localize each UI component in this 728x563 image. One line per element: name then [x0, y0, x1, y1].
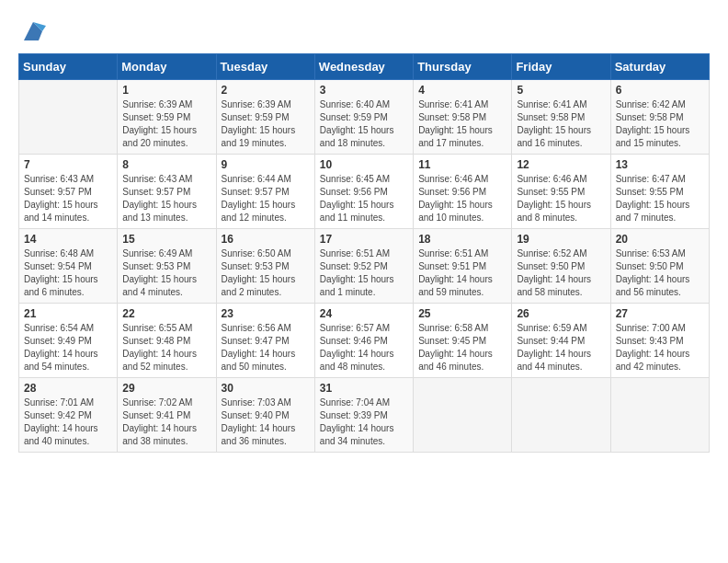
calendar-week-row: 28Sunrise: 7:01 AM Sunset: 9:42 PM Dayli…: [19, 378, 710, 453]
calendar-cell: 11Sunrise: 6:46 AM Sunset: 9:56 PM Dayli…: [414, 155, 512, 229]
day-number: 19: [517, 233, 605, 246]
calendar-cell: 22Sunrise: 6:55 AM Sunset: 9:48 PM Dayli…: [118, 304, 216, 378]
day-number: 23: [222, 307, 310, 320]
day-info: Sunrise: 6:58 AM Sunset: 9:45 PM Dayligh…: [418, 322, 506, 373]
day-number: 2: [222, 84, 310, 97]
day-info: Sunrise: 7:03 AM Sunset: 9:40 PM Dayligh…: [222, 396, 310, 448]
day-info: Sunrise: 6:52 AM Sunset: 9:50 PM Dayligh…: [517, 247, 605, 299]
day-info: Sunrise: 7:01 AM Sunset: 9:42 PM Dayligh…: [24, 396, 112, 448]
day-number: 29: [122, 382, 210, 395]
day-info: Sunrise: 6:46 AM Sunset: 9:56 PM Dayligh…: [418, 173, 506, 224]
calendar-cell: 8Sunrise: 6:43 AM Sunset: 9:57 PM Daylig…: [118, 155, 216, 229]
calendar-week-row: 14Sunrise: 6:48 AM Sunset: 9:54 PM Dayli…: [19, 229, 710, 304]
day-number: 18: [418, 233, 506, 246]
day-number: 22: [122, 307, 210, 320]
day-number: 6: [616, 84, 704, 97]
day-number: 16: [222, 233, 310, 246]
calendar-cell: [414, 378, 512, 453]
calendar-cell: 6Sunrise: 6:42 AM Sunset: 9:58 PM Daylig…: [610, 80, 709, 155]
calendar-cell: 10Sunrise: 6:45 AM Sunset: 9:56 PM Dayli…: [314, 155, 413, 229]
day-number: 3: [320, 84, 408, 97]
calendar-cell: 24Sunrise: 6:57 AM Sunset: 9:46 PM Dayli…: [314, 304, 413, 378]
day-info: Sunrise: 6:39 AM Sunset: 9:59 PM Dayligh…: [222, 98, 310, 150]
day-number: 21: [24, 307, 112, 320]
day-number: 28: [24, 382, 112, 395]
day-number: 11: [418, 158, 506, 171]
calendar-cell: 26Sunrise: 6:59 AM Sunset: 9:44 PM Dayli…: [512, 304, 610, 378]
calendar-cell: 17Sunrise: 6:51 AM Sunset: 9:52 PM Dayli…: [314, 229, 413, 304]
calendar-week-row: 7Sunrise: 6:43 AM Sunset: 9:57 PM Daylig…: [19, 155, 710, 229]
calendar-cell: [19, 80, 118, 155]
day-number: 8: [122, 158, 210, 171]
day-info: Sunrise: 7:00 AM Sunset: 9:43 PM Dayligh…: [616, 322, 704, 373]
day-info: Sunrise: 6:42 AM Sunset: 9:58 PM Dayligh…: [616, 98, 704, 150]
calendar-cell: [610, 378, 709, 453]
page-header: [18, 18, 710, 39]
calendar-cell: 25Sunrise: 6:58 AM Sunset: 9:45 PM Dayli…: [414, 304, 512, 378]
calendar-cell: 20Sunrise: 6:53 AM Sunset: 9:50 PM Dayli…: [610, 229, 709, 304]
weekday-header: Friday: [512, 54, 610, 80]
day-number: 4: [418, 84, 506, 97]
day-info: Sunrise: 6:48 AM Sunset: 9:54 PM Dayligh…: [24, 247, 112, 299]
day-info: Sunrise: 7:04 AM Sunset: 9:39 PM Dayligh…: [320, 396, 408, 448]
day-number: 7: [24, 158, 112, 171]
weekday-header-row: SundayMondayTuesdayWednesdayThursdayFrid…: [19, 54, 710, 80]
day-number: 25: [418, 307, 506, 320]
calendar-cell: 21Sunrise: 6:54 AM Sunset: 9:49 PM Dayli…: [19, 304, 118, 378]
day-info: Sunrise: 6:39 AM Sunset: 9:59 PM Dayligh…: [122, 98, 210, 150]
day-number: 15: [122, 233, 210, 246]
calendar-cell: 2Sunrise: 6:39 AM Sunset: 9:59 PM Daylig…: [216, 80, 314, 155]
day-info: Sunrise: 6:59 AM Sunset: 9:44 PM Dayligh…: [517, 322, 605, 373]
day-number: 5: [517, 84, 605, 97]
day-number: 30: [222, 382, 310, 395]
day-info: Sunrise: 6:47 AM Sunset: 9:55 PM Dayligh…: [616, 173, 704, 224]
calendar-cell: 27Sunrise: 7:00 AM Sunset: 9:43 PM Dayli…: [610, 304, 709, 378]
weekday-header: Wednesday: [314, 54, 413, 80]
calendar-week-row: 1Sunrise: 6:39 AM Sunset: 9:59 PM Daylig…: [19, 80, 710, 155]
day-number: 20: [616, 233, 704, 246]
calendar-table: SundayMondayTuesdayWednesdayThursdayFrid…: [18, 53, 710, 453]
calendar-cell: 30Sunrise: 7:03 AM Sunset: 9:40 PM Dayli…: [216, 378, 314, 453]
day-number: 27: [616, 307, 704, 320]
day-number: 9: [222, 158, 310, 171]
weekday-header: Sunday: [19, 54, 118, 80]
day-number: 10: [320, 158, 408, 171]
calendar-cell: 3Sunrise: 6:40 AM Sunset: 9:59 PM Daylig…: [314, 80, 413, 155]
day-info: Sunrise: 6:44 AM Sunset: 9:57 PM Dayligh…: [222, 173, 310, 224]
calendar-week-row: 21Sunrise: 6:54 AM Sunset: 9:49 PM Dayli…: [19, 304, 710, 378]
calendar-cell: 31Sunrise: 7:04 AM Sunset: 9:39 PM Dayli…: [314, 378, 413, 453]
day-info: Sunrise: 6:55 AM Sunset: 9:48 PM Dayligh…: [122, 322, 210, 373]
day-number: 14: [24, 233, 112, 246]
calendar-cell: 1Sunrise: 6:39 AM Sunset: 9:59 PM Daylig…: [118, 80, 216, 155]
logo: [18, 18, 46, 39]
calendar-cell: 14Sunrise: 6:48 AM Sunset: 9:54 PM Dayli…: [19, 229, 118, 304]
calendar-cell: 23Sunrise: 6:56 AM Sunset: 9:47 PM Dayli…: [216, 304, 314, 378]
calendar-cell: 12Sunrise: 6:46 AM Sunset: 9:55 PM Dayli…: [512, 155, 610, 229]
day-info: Sunrise: 6:43 AM Sunset: 9:57 PM Dayligh…: [24, 173, 112, 224]
day-info: Sunrise: 6:45 AM Sunset: 9:56 PM Dayligh…: [320, 173, 408, 224]
day-number: 26: [517, 307, 605, 320]
weekday-header: Monday: [118, 54, 216, 80]
day-number: 31: [320, 382, 408, 395]
calendar-cell: 28Sunrise: 7:01 AM Sunset: 9:42 PM Dayli…: [19, 378, 118, 453]
calendar-cell: 15Sunrise: 6:49 AM Sunset: 9:53 PM Dayli…: [118, 229, 216, 304]
calendar-cell: 16Sunrise: 6:50 AM Sunset: 9:53 PM Dayli…: [216, 229, 314, 304]
day-info: Sunrise: 6:50 AM Sunset: 9:53 PM Dayligh…: [222, 247, 310, 299]
weekday-header: Saturday: [610, 54, 709, 80]
day-number: 13: [616, 158, 704, 171]
day-info: Sunrise: 6:46 AM Sunset: 9:55 PM Dayligh…: [517, 173, 605, 224]
day-info: Sunrise: 7:02 AM Sunset: 9:41 PM Dayligh…: [122, 396, 210, 448]
day-number: 12: [517, 158, 605, 171]
calendar-cell: 29Sunrise: 7:02 AM Sunset: 9:41 PM Dayli…: [118, 378, 216, 453]
day-info: Sunrise: 6:41 AM Sunset: 9:58 PM Dayligh…: [418, 98, 506, 150]
calendar-cell: 5Sunrise: 6:41 AM Sunset: 9:58 PM Daylig…: [512, 80, 610, 155]
weekday-header: Thursday: [414, 54, 512, 80]
logo-icon: [20, 18, 46, 44]
day-info: Sunrise: 6:54 AM Sunset: 9:49 PM Dayligh…: [24, 322, 112, 373]
calendar-cell: 13Sunrise: 6:47 AM Sunset: 9:55 PM Dayli…: [610, 155, 709, 229]
day-number: 1: [122, 84, 210, 97]
day-number: 24: [320, 307, 408, 320]
day-info: Sunrise: 6:53 AM Sunset: 9:50 PM Dayligh…: [616, 247, 704, 299]
weekday-header: Tuesday: [216, 54, 314, 80]
calendar-cell: [512, 378, 610, 453]
